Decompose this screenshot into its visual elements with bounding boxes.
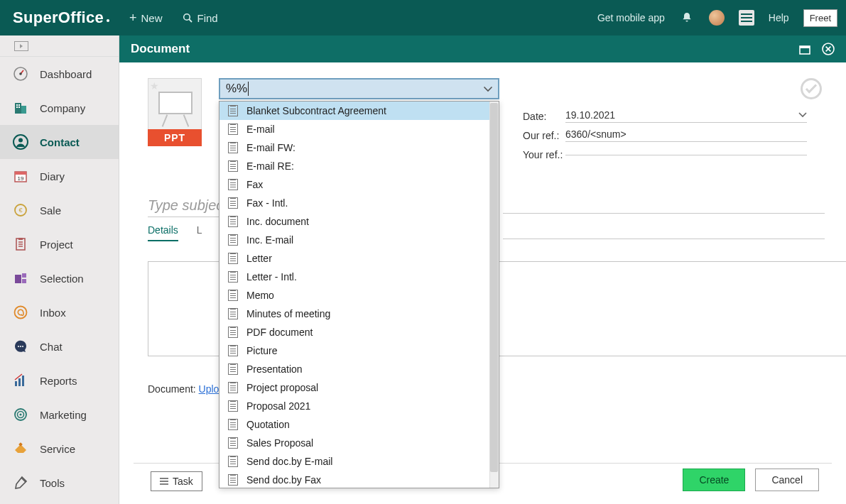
sidebar-item-company[interactable]: Company bbox=[0, 91, 119, 125]
dropdown-item[interactable]: E-mail FW: bbox=[219, 138, 499, 157]
dropdown-item[interactable]: Presentation bbox=[219, 360, 499, 378]
combo-value: %% bbox=[226, 82, 247, 96]
date-value: 19.10.2021 bbox=[565, 109, 615, 121]
task-label: Task bbox=[173, 476, 193, 487]
topbar-right: Get mobile app Help Freet bbox=[597, 9, 837, 27]
help-link[interactable]: Help bbox=[769, 12, 789, 23]
find-button[interactable]: Find bbox=[183, 12, 218, 24]
svg-point-0 bbox=[183, 13, 190, 20]
svg-text:19: 19 bbox=[18, 175, 24, 182]
dropdown-item[interactable]: Minutes of meeting bbox=[219, 305, 499, 323]
new-button[interactable]: + New bbox=[129, 11, 163, 24]
selection-icon bbox=[13, 270, 28, 286]
sidebar-item-label: Marketing bbox=[40, 409, 87, 421]
dropdown-item[interactable]: E-mail bbox=[219, 120, 499, 138]
dropdown-item[interactable]: Send doc.by E-mail bbox=[219, 452, 499, 471]
sidebar-item-dashboard[interactable]: Dashboard bbox=[0, 57, 119, 91]
tab-details[interactable]: Details bbox=[148, 224, 178, 241]
scrollbar-thumb[interactable] bbox=[490, 103, 498, 472]
sidebar-item-reports[interactable]: Reports bbox=[0, 363, 119, 398]
create-button[interactable]: Create bbox=[683, 469, 745, 491]
dropdown-item-label: Inc. E-mail bbox=[246, 234, 293, 246]
freetext-input[interactable]: Freet bbox=[803, 9, 837, 27]
dropdown-item-label: Presentation bbox=[246, 363, 303, 375]
upload-link[interactable]: Uplo bbox=[199, 383, 219, 395]
sidebar-collapse-button[interactable] bbox=[0, 35, 119, 57]
dropdown-item[interactable]: Project proposal bbox=[219, 378, 499, 397]
sidebar-item-label: Dashboard bbox=[40, 68, 92, 80]
find-label: Find bbox=[197, 12, 218, 24]
date-field[interactable]: 19.10.2021 bbox=[565, 109, 807, 123]
document-icon bbox=[228, 234, 238, 246]
dropdown-item[interactable]: Blanket Subcontract Agreement bbox=[219, 102, 499, 120]
dropdown-item[interactable]: E-mail RE: bbox=[219, 157, 499, 175]
dropdown-item[interactable]: Fax - Intl. bbox=[219, 194, 499, 212]
dropdown-item[interactable]: Inc. E-mail bbox=[219, 231, 499, 249]
sidebar-item-label: Selection bbox=[40, 273, 84, 285]
star-icon: ★ bbox=[150, 80, 159, 92]
avatar-icon[interactable] bbox=[709, 10, 725, 26]
dropdown-item[interactable]: Sales Proposal bbox=[219, 434, 499, 452]
ourref-field[interactable]: 6360/<snum> bbox=[565, 128, 807, 142]
dropdown-item[interactable]: PDF document bbox=[219, 323, 499, 341]
document-title: Document bbox=[131, 42, 190, 56]
sidebar-item-service[interactable]: Service bbox=[0, 432, 119, 466]
document-icon bbox=[228, 474, 238, 486]
dropdown-item[interactable]: Proposal 2021 bbox=[219, 397, 499, 415]
dropdown-item-label: Memo bbox=[246, 290, 274, 301]
hamburger-icon[interactable] bbox=[739, 10, 754, 26]
bell-icon[interactable] bbox=[679, 10, 695, 26]
scrollbar[interactable] bbox=[489, 102, 499, 488]
document-icon bbox=[228, 197, 238, 209]
dropdown-item[interactable]: Memo bbox=[219, 286, 499, 305]
sidebar-item-sale[interactable]: €Sale bbox=[0, 193, 119, 227]
sidebar-item-project[interactable]: Project bbox=[0, 227, 119, 261]
cancel-button[interactable]: Cancel bbox=[755, 469, 819, 491]
svg-rect-21 bbox=[22, 273, 26, 278]
sidebar-item-marketing[interactable]: Marketing bbox=[0, 398, 119, 432]
chevron-down-icon[interactable] bbox=[479, 80, 497, 97]
document-label: Document: bbox=[148, 383, 196, 395]
dropdown-item[interactable]: Send doc.by Fax bbox=[219, 471, 499, 488]
document-icon bbox=[228, 124, 238, 135]
sidebar-item-selection[interactable]: Selection bbox=[0, 261, 119, 295]
document-icon bbox=[228, 105, 238, 116]
sidebar-item-label: Tools bbox=[40, 477, 65, 489]
task-button[interactable]: Task bbox=[151, 471, 202, 491]
tools-icon bbox=[13, 475, 28, 491]
document-icon bbox=[228, 160, 238, 172]
topbar: SuperOffice + New Find Get mobile app He… bbox=[0, 0, 846, 35]
dropdown-item[interactable]: Fax bbox=[219, 175, 499, 194]
dropdown-item[interactable]: Picture bbox=[219, 341, 499, 360]
dropdown-item-label: Project proposal bbox=[246, 382, 318, 393]
sidebar-item-contact[interactable]: Contact bbox=[0, 125, 119, 159]
svg-point-4 bbox=[19, 72, 22, 75]
dropdown-item[interactable]: Inc. document bbox=[219, 212, 499, 231]
dropdown-item-label: Send doc.by E-mail bbox=[246, 456, 332, 467]
sidebar-item-chat[interactable]: Chat bbox=[0, 329, 119, 363]
sidebar-item-label: Sale bbox=[40, 204, 61, 217]
document-icon bbox=[228, 456, 238, 467]
sidebar-item-inbox[interactable]: Inbox bbox=[0, 295, 119, 329]
sidebar-item-diary[interactable]: 19Diary bbox=[0, 159, 119, 193]
restore-window-icon[interactable] bbox=[799, 43, 812, 55]
completed-indicator-icon[interactable] bbox=[801, 78, 822, 99]
document-panel: ★ PPT Date: 19.10.2021 Our ref.: 6360/<s… bbox=[119, 62, 846, 504]
ppt-thumbnail: ★ PPT bbox=[148, 78, 202, 146]
close-icon[interactable] bbox=[822, 43, 835, 55]
yourref-field[interactable] bbox=[565, 153, 807, 155]
tab-links[interactable]: L bbox=[197, 224, 202, 241]
svg-rect-29 bbox=[22, 376, 24, 386]
dashboard-icon bbox=[13, 66, 28, 82]
sidebar-item-tools[interactable]: Tools bbox=[0, 466, 119, 500]
document-icon bbox=[228, 363, 238, 375]
marketing-icon bbox=[13, 407, 28, 422]
dropdown-item-label: Sales Proposal bbox=[246, 437, 313, 449]
project-icon bbox=[13, 236, 28, 252]
get-mobile-app-link[interactable]: Get mobile app bbox=[597, 12, 665, 23]
template-combo[interactable]: %% bbox=[219, 78, 499, 99]
dropdown-item[interactable]: Letter bbox=[219, 249, 499, 268]
dropdown-item[interactable]: Letter - Intl. bbox=[219, 268, 499, 286]
document-icon bbox=[228, 400, 238, 412]
dropdown-item[interactable]: Quotation bbox=[219, 415, 499, 434]
